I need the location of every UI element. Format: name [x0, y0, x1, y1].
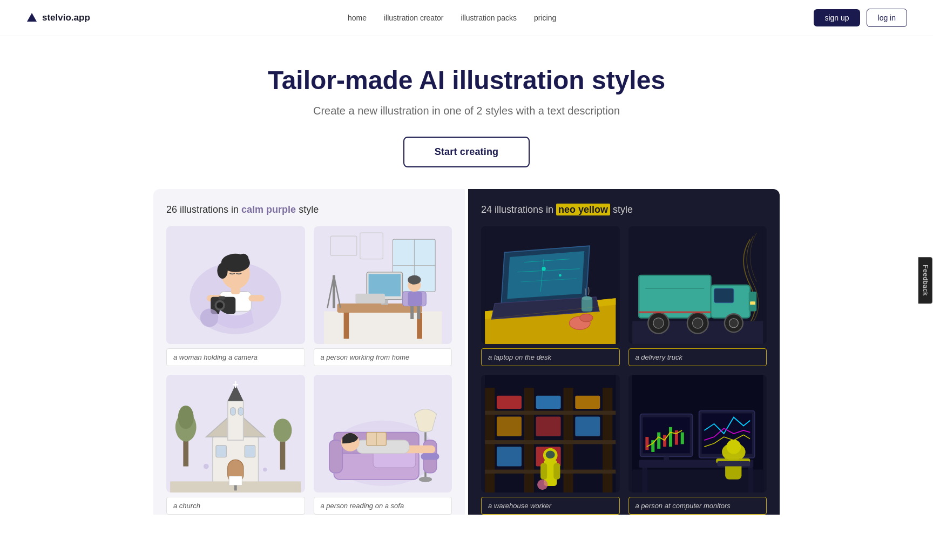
illus-caption-laptop: a laptop on the desk [481, 348, 620, 366]
illus-image-warehouse [481, 375, 620, 492]
illus-svg-sofa [314, 375, 452, 492]
nav-pricing[interactable]: pricing [534, 14, 556, 22]
svg-rect-114 [497, 396, 522, 409]
svg-rect-118 [575, 396, 600, 409]
login-button[interactable]: log in [867, 9, 907, 27]
svg-rect-135 [645, 437, 648, 450]
svg-rect-116 [536, 396, 561, 409]
svg-point-101 [692, 318, 702, 328]
illus-image-laptop [481, 226, 620, 344]
panel-calm-purple: 26 illustrations in calm purple style [153, 189, 465, 515]
illus-image-wfh [314, 226, 452, 344]
illustrations-section: 26 illustrations in calm purple style [143, 189, 790, 536]
logo[interactable]: stelvio.app [26, 12, 90, 24]
svg-rect-21 [324, 311, 442, 344]
svg-rect-110 [603, 388, 612, 492]
svg-point-87 [580, 314, 593, 322]
panel-left-count: 26 [166, 204, 177, 215]
start-creating-button[interactable]: Start creating [403, 137, 530, 167]
svg-rect-95 [714, 288, 733, 303]
illus-item-woman-camera: a woman holding a camera [166, 226, 305, 366]
svg-rect-28 [355, 294, 385, 303]
illus-caption-wfh: a person working from home [314, 348, 452, 366]
svg-rect-120 [497, 447, 522, 466]
navbar: stelvio.app home illustration creator il… [0, 0, 933, 36]
svg-rect-105 [639, 311, 711, 313]
svg-rect-33 [410, 306, 414, 319]
illus-svg-laptop [481, 226, 620, 344]
svg-rect-119 [575, 416, 600, 436]
svg-point-127 [537, 480, 547, 490]
illus-caption-sofa: a person reading on a sofa [314, 497, 452, 515]
svg-point-36 [408, 275, 421, 285]
svg-point-7 [217, 263, 227, 279]
illus-caption-monitors: a person at computer monitors [628, 497, 767, 515]
illus-image-church [166, 375, 305, 492]
svg-rect-23 [343, 313, 349, 339]
panel-right-grid: a laptop on the desk [481, 226, 767, 515]
svg-point-103 [729, 319, 738, 328]
illus-image-woman-camera [166, 226, 305, 344]
panel-left-grid: a woman holding a camera [166, 226, 452, 515]
illus-caption-woman-camera: a woman holding a camera [166, 348, 305, 366]
hero-section: Tailor-made AI illustration styles Creat… [0, 36, 933, 189]
svg-point-41 [178, 406, 194, 429]
svg-rect-144 [664, 456, 669, 462]
illus-svg-wfh [314, 226, 452, 344]
signup-button[interactable]: sign up [814, 9, 860, 26]
panel-right-title: 24 illustrations in neo yellow style [481, 204, 767, 215]
svg-rect-137 [657, 432, 660, 448]
hero-subtitle: Create a new illustration in one of 2 st… [11, 105, 922, 117]
svg-marker-0 [27, 13, 37, 22]
svg-rect-56 [229, 476, 242, 485]
svg-rect-10 [248, 295, 264, 301]
svg-rect-57 [234, 485, 237, 491]
illus-image-truck [628, 226, 767, 344]
svg-rect-26 [368, 274, 400, 296]
svg-rect-115 [497, 416, 522, 436]
svg-rect-19 [330, 236, 356, 255]
svg-rect-107 [485, 388, 495, 492]
svg-point-62 [418, 477, 431, 482]
svg-rect-132 [748, 468, 753, 492]
logo-icon [26, 12, 38, 24]
svg-point-59 [263, 468, 267, 471]
illus-image-monitors [628, 375, 767, 492]
nav-links: home illustration creator illustration p… [348, 14, 556, 22]
panel-left-title: 26 illustrations in calm purple style [166, 204, 452, 215]
svg-rect-97 [750, 301, 755, 305]
illus-item-sofa: a person reading on a sofa [314, 375, 452, 515]
svg-point-84 [559, 274, 562, 276]
illus-image-sofa [314, 375, 452, 492]
svg-point-148 [726, 440, 741, 454]
svg-point-99 [653, 318, 663, 328]
svg-rect-131 [642, 468, 647, 492]
svg-rect-124 [553, 463, 560, 479]
feedback-tab[interactable]: Feedback [918, 257, 932, 303]
nav-illustration-packs[interactable]: illustration packs [461, 14, 517, 22]
illus-svg-monitors [628, 375, 767, 492]
svg-point-8 [238, 254, 248, 264]
illus-caption-truck: a delivery truck [628, 348, 767, 366]
svg-rect-109 [563, 388, 573, 492]
svg-rect-141 [680, 432, 684, 444]
illus-caption-warehouse: a warehouse worker [481, 497, 620, 515]
svg-point-58 [204, 464, 209, 469]
svg-rect-151 [717, 461, 750, 467]
logo-text: stelvio.app [42, 12, 90, 23]
svg-rect-111 [485, 410, 616, 414]
svg-rect-54 [238, 407, 244, 415]
illus-svg-church [166, 375, 305, 492]
svg-rect-53 [231, 407, 236, 415]
nav-home[interactable]: home [348, 14, 367, 22]
hero-title: Tailor-made AI illustration styles [11, 66, 922, 95]
illus-item-monitors: a person at computer monitors [628, 375, 767, 515]
svg-marker-78 [507, 251, 584, 299]
svg-rect-52 [245, 446, 255, 457]
svg-point-13 [217, 302, 223, 308]
nav-illustration-creator[interactable]: illustration creator [384, 14, 444, 22]
svg-rect-108 [524, 388, 534, 492]
illus-item-laptop: a laptop on the desk [481, 226, 620, 366]
svg-rect-20 [360, 233, 382, 259]
svg-point-89 [582, 296, 592, 300]
